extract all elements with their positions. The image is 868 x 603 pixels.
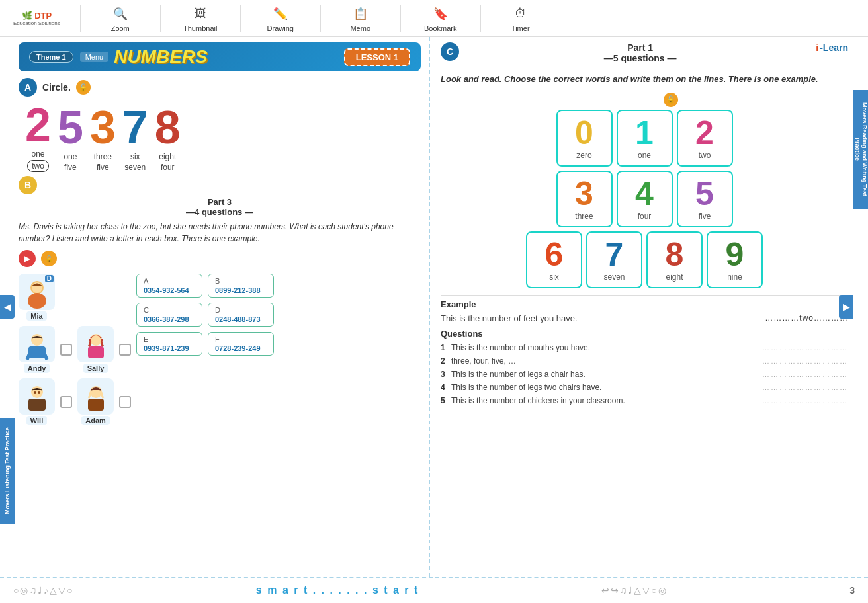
section-a-lock-icon: 🔓 bbox=[76, 80, 91, 95]
toolbar: 🌿 DTP Education Solutions 🔍 Zoom 🖼 Thumb… bbox=[0, 0, 868, 37]
phone-d-number: 0248-488-873 bbox=[215, 315, 267, 323]
q-line-5: ………………………… bbox=[762, 397, 848, 405]
svg-point-1 bbox=[28, 293, 46, 309]
word-one: one bbox=[31, 149, 44, 159]
left-content-area: Theme 1 Menu NUMBERS LESSON 1 A Circle. … bbox=[0, 37, 429, 577]
q-line-1: ………………………… bbox=[762, 344, 848, 352]
number-grid: 0 zero 1 one 2 two 3 t bbox=[441, 110, 848, 288]
svg-point-11 bbox=[34, 391, 36, 394]
card-label-one: one bbox=[638, 151, 651, 160]
reading-tab[interactable]: Movers Reading and Writing Test Practice bbox=[853, 90, 868, 209]
ilearn-i: i bbox=[816, 42, 818, 53]
card-digit-8: 8 bbox=[666, 238, 684, 271]
header-strip: Theme 1 Menu NUMBERS LESSON 1 bbox=[19, 42, 421, 71]
svg-rect-14 bbox=[88, 399, 104, 411]
d-badge: D bbox=[45, 275, 54, 282]
audio-controls: ▶ 🔓 bbox=[19, 250, 421, 267]
andy-checkbox[interactable] bbox=[60, 344, 72, 356]
timer-button[interactable]: ⏱ Timer bbox=[501, 5, 541, 32]
audio-lock-button[interactable]: 🔓 bbox=[41, 251, 57, 266]
memo-button[interactable]: 📋 Memo bbox=[341, 5, 380, 32]
card-digit-7: 7 bbox=[605, 238, 624, 271]
phone-b: B 0899-212-388 bbox=[208, 274, 274, 298]
svg-point-8 bbox=[91, 335, 101, 344]
sally-label: Sally bbox=[83, 364, 108, 373]
digit-5: 5 bbox=[58, 104, 83, 151]
digit-2: 2 bbox=[25, 102, 51, 148]
toolbar-divider-6 bbox=[480, 5, 481, 32]
card-digit-5: 5 bbox=[695, 177, 714, 210]
mia-label: Mia bbox=[26, 311, 46, 321]
example-label: Example bbox=[441, 300, 848, 309]
question-row-4: 4 This is the number of legs two chairs … bbox=[441, 381, 848, 394]
adam-avatar bbox=[77, 378, 114, 415]
bottom-deco-left: ○◎♫♩♪△▽○ bbox=[13, 585, 73, 596]
will-label: Will bbox=[26, 416, 47, 425]
svg-rect-7 bbox=[88, 346, 104, 358]
svg-point-9 bbox=[31, 386, 43, 398]
digit-3: 3 bbox=[90, 104, 116, 151]
section-a-label: Circle. bbox=[42, 82, 71, 93]
phone-a: A 0354-932-564 bbox=[136, 274, 202, 298]
num-grid-row-1: 0 zero 1 one 2 two bbox=[441, 110, 848, 167]
app-logo: 🌿 DTP Education Solutions bbox=[13, 11, 60, 26]
question-row-5: 5 This is the number of chickens in your… bbox=[441, 394, 848, 407]
q-num-2: 2 bbox=[441, 356, 451, 366]
sally-checkbox[interactable] bbox=[119, 344, 131, 356]
lesson-badge: LESSON 1 bbox=[344, 48, 410, 66]
thumbnail-button[interactable]: 🖼 Thumbnail bbox=[181, 5, 220, 32]
example-row: This is the number of feet you have. ………… bbox=[441, 312, 848, 325]
logo-subtitle: Education Solutions bbox=[13, 20, 60, 26]
word-five: five bbox=[64, 163, 77, 172]
menu-button[interactable]: Menu bbox=[80, 52, 109, 62]
section-a-badge: A bbox=[19, 78, 37, 97]
num-card-5: 5 five bbox=[677, 171, 733, 227]
adam-checkbox[interactable] bbox=[119, 396, 131, 408]
sally-avatar bbox=[77, 326, 114, 362]
part3-title: Part 3 —4 questions — bbox=[19, 197, 421, 217]
ilearn-learn: -Learn bbox=[820, 42, 848, 53]
card-digit-3: 3 bbox=[575, 177, 593, 210]
card-label-seven: seven bbox=[603, 272, 625, 282]
num-card-4: 4 four bbox=[617, 171, 673, 227]
num-item-8: 8 eight four bbox=[155, 104, 181, 172]
num-item-2: 2 one two bbox=[25, 102, 51, 172]
left-panel: Content Movers Listening Test Practice T… bbox=[0, 37, 430, 577]
drawing-button[interactable]: ✏️ Drawing bbox=[261, 5, 300, 32]
phone-e-letter: E bbox=[144, 335, 195, 343]
svg-point-12 bbox=[38, 391, 40, 394]
right-panel: Movers Reading and Writing Test Practice… bbox=[430, 37, 868, 577]
char-will: Will bbox=[19, 378, 55, 425]
zoom-button[interactable]: 🔍 Zoom bbox=[101, 5, 140, 32]
char-adam: Adam bbox=[77, 378, 114, 425]
question-row-3: 3 This is the number of legs a chair has… bbox=[441, 368, 848, 381]
audio-play-button[interactable]: ▶ bbox=[19, 250, 36, 267]
toolbar-divider-2 bbox=[160, 5, 161, 32]
word-six: six bbox=[130, 152, 140, 161]
example-question: This is the number of feet you have. bbox=[441, 313, 765, 323]
will-checkbox[interactable] bbox=[60, 396, 72, 408]
adam-label: Adam bbox=[81, 416, 110, 425]
section-b-description: Ms. Davis is taking her class to the zoo… bbox=[19, 221, 421, 245]
right-content-area: C Part 1 —5 questions — i-Learn Look and… bbox=[430, 37, 868, 413]
q-line-2: ………………………… bbox=[762, 357, 848, 365]
phone-f: F 0728-239-249 bbox=[208, 332, 274, 356]
prev-page-button[interactable]: ◀ bbox=[0, 295, 15, 319]
card-label-nine: nine bbox=[727, 272, 742, 282]
num-card-7: 7 seven bbox=[586, 231, 642, 288]
num-item-5: 5 one five bbox=[58, 104, 83, 172]
phone-e: E 0939-871-239 bbox=[136, 332, 202, 356]
listening-tab[interactable]: Movers Listening Test Practice bbox=[0, 418, 15, 524]
example-answer: …………two………… bbox=[765, 313, 848, 323]
num-item-7: 7 six seven bbox=[122, 104, 148, 172]
q-num-5: 5 bbox=[441, 396, 451, 405]
num-card-1: 1 one bbox=[617, 110, 673, 167]
card-digit-2: 2 bbox=[695, 116, 714, 149]
q-num-1: 1 bbox=[441, 343, 451, 352]
bookmark-button[interactable]: 🔖 Bookmark bbox=[421, 5, 460, 32]
toolbar-divider-1 bbox=[80, 5, 81, 32]
card-label-three: three bbox=[575, 212, 593, 221]
next-page-button[interactable]: ▶ bbox=[839, 295, 853, 319]
q-num-3: 3 bbox=[441, 370, 451, 379]
word-seven: seven bbox=[124, 163, 146, 172]
